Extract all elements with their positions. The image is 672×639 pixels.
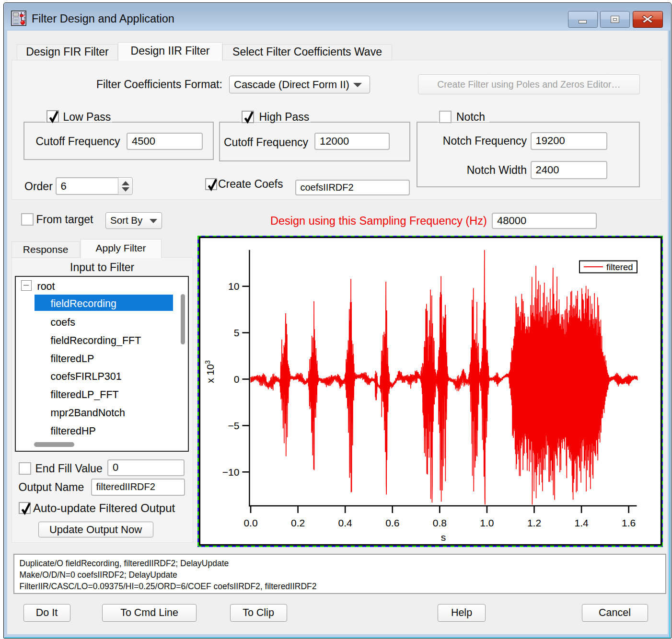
svg-text:−5: −5 — [228, 420, 239, 431]
svg-text:0.6: 0.6 — [385, 517, 399, 528]
svg-text:5: 5 — [234, 327, 240, 338]
svg-text:s: s — [441, 532, 446, 543]
svg-text:0.2: 0.2 — [291, 517, 305, 528]
svg-text:1.6: 1.6 — [622, 517, 636, 528]
svg-text:1.2: 1.2 — [527, 517, 541, 528]
svg-text:10: 10 — [228, 281, 239, 292]
svg-text:x 103: x 103 — [204, 360, 216, 383]
svg-text:0.8: 0.8 — [433, 517, 447, 528]
svg-text:0.4: 0.4 — [338, 517, 353, 528]
svg-text:0: 0 — [234, 374, 240, 385]
svg-text:1.4: 1.4 — [574, 517, 589, 528]
svg-text:filtered: filtered — [606, 262, 633, 272]
svg-text:0.0: 0.0 — [243, 517, 257, 528]
svg-text:1.0: 1.0 — [480, 517, 494, 528]
svg-text:−10: −10 — [222, 467, 240, 478]
